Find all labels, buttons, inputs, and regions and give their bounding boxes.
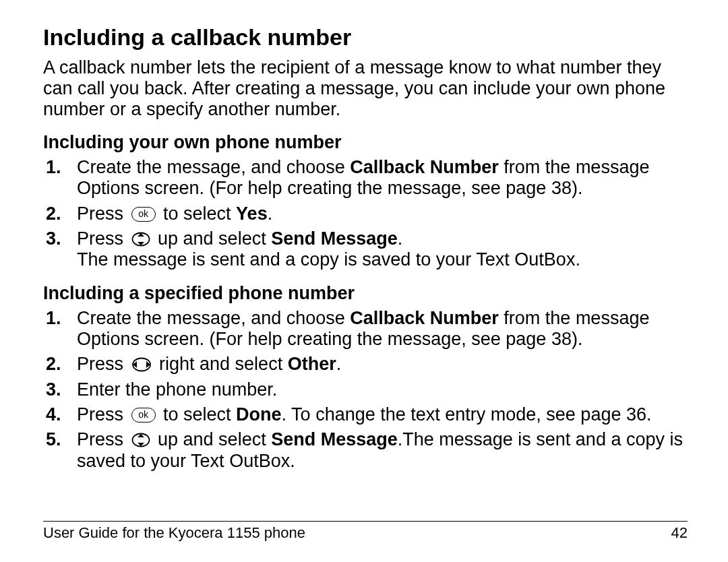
step-number: 2. — [46, 204, 61, 224]
nav-updown-icon — [131, 433, 150, 447]
intro-paragraph: A callback number lets the recipient of … — [43, 57, 688, 120]
step-followup: The message is sent and a copy is saved … — [77, 249, 688, 270]
bold-term: Send Message — [271, 429, 398, 449]
nav-updown-icon — [131, 232, 150, 247]
document-page: Including a callback number A callback n… — [0, 0, 728, 562]
step-number: 4. — [46, 404, 61, 425]
footer-title: User Guide for the Kyocera 1155 phone — [43, 524, 305, 542]
steps-own-number: 1. Create the message, and choose Callba… — [43, 157, 688, 271]
bold-term: Callback Number — [350, 157, 499, 177]
bold-term: Other — [288, 354, 336, 374]
step-text: . To change the text entry mode, see pag… — [282, 404, 652, 425]
page-footer: User Guide for the Kyocera 1155 phone 42 — [43, 521, 688, 542]
step-text: Press — [77, 204, 129, 224]
list-item: 3. Enter the phone number. — [43, 379, 688, 400]
ok-key-icon — [131, 207, 156, 222]
list-item: 5. Press up and select Send Message.The … — [43, 429, 688, 472]
step-text: up and select — [153, 429, 272, 449]
step-text: Create the message, and choose — [77, 308, 350, 328]
step-text: Create the message, and choose — [77, 157, 350, 177]
list-item: 2. Press right and select Other. — [43, 354, 688, 375]
section-heading-main: Including a callback number — [43, 24, 688, 51]
bold-term: Yes — [236, 204, 268, 224]
bold-term: Callback Number — [350, 308, 499, 328]
nav-leftright-icon — [131, 357, 152, 372]
bold-term: Done — [236, 404, 282, 425]
step-number: 3. — [46, 228, 61, 249]
step-text: to select — [158, 204, 237, 224]
step-text: Enter the phone number. — [77, 379, 277, 400]
step-text: to select — [158, 404, 237, 425]
steps-specified-number: 1. Create the message, and choose Callba… — [43, 308, 688, 472]
step-text: . — [336, 354, 342, 374]
step-text: Press — [77, 354, 129, 374]
step-number: 2. — [46, 354, 61, 375]
step-text: . — [398, 228, 403, 249]
step-text: up and select — [153, 228, 272, 249]
page-number: 42 — [671, 524, 688, 542]
step-text: right and select — [154, 354, 288, 374]
step-number: 1. — [46, 157, 61, 178]
step-text: . — [268, 204, 273, 224]
subheading-specified-number: Including a specified phone number — [43, 283, 688, 304]
bold-term: Send Message — [271, 228, 398, 249]
ok-key-icon — [131, 408, 156, 423]
step-text: Press — [77, 404, 129, 425]
list-item: 3. Press up and select Send Message. The… — [43, 228, 688, 271]
subheading-own-number: Including your own phone number — [43, 132, 688, 153]
step-number: 3. — [46, 379, 61, 400]
step-text: Press — [77, 228, 129, 249]
list-item: 2. Press to select Yes. — [43, 204, 688, 224]
step-text: Press — [77, 429, 129, 449]
list-item: 1. Create the message, and choose Callba… — [43, 308, 688, 350]
step-number: 5. — [46, 429, 61, 450]
step-number: 1. — [46, 308, 61, 329]
list-item: 4. Press to select Done. To change the t… — [43, 404, 688, 425]
list-item: 1. Create the message, and choose Callba… — [43, 157, 688, 199]
